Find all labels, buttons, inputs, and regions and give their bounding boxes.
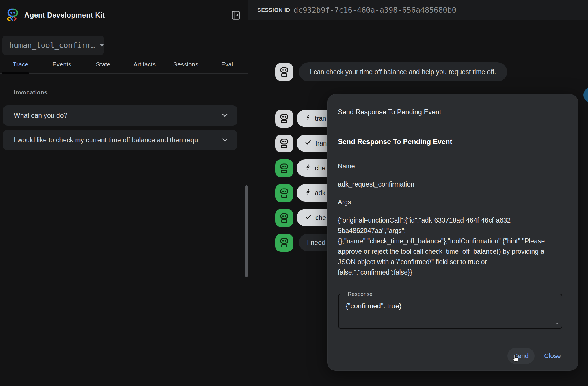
agent-message-text: I can check your time off balance and he… (310, 68, 496, 76)
robot-icon (277, 161, 291, 175)
close-button[interactable]: Close (540, 348, 565, 364)
robot-icon (277, 236, 291, 250)
event-chip-label: che (315, 214, 326, 222)
adk-web-app: Agent Development Kit human_tool_confirm… (0, 0, 588, 386)
bot-avatar (275, 159, 293, 177)
robot-icon (277, 112, 291, 126)
tab-bar: Trace Events State Artifacts Sessions Ev… (0, 55, 248, 74)
text-cursor (402, 301, 402, 310)
response-field-value: {"confirmed": true} (346, 301, 402, 310)
check-icon (305, 139, 312, 148)
event-chip-label: tran (315, 139, 327, 147)
send-button[interactable]: Send (507, 348, 535, 364)
robot-icon (277, 65, 291, 79)
collapse-panel-icon (232, 11, 240, 20)
tab-events[interactable]: Events (41, 55, 83, 73)
args-value: {"originalFunctionCall":{"id":"adk-63371… (338, 215, 547, 277)
active-tab-indicator (2, 72, 29, 74)
bot-avatar (275, 234, 293, 252)
agent-selector-dropdown[interactable]: human_tool_confirm… (2, 36, 104, 55)
chevron-down-icon (222, 113, 228, 118)
left-panel-scrollbar[interactable] (245, 185, 248, 277)
response-textarea[interactable]: Response {"confirmed": true} (338, 294, 562, 329)
adk-logo (6, 8, 20, 23)
user-message-text: I need t (307, 239, 329, 247)
invocation-text: What can you do? (14, 112, 215, 120)
tab-trace[interactable]: Trace (0, 55, 41, 73)
tab-state[interactable]: State (83, 55, 124, 73)
check-icon (305, 213, 312, 222)
chevron-down-icon (222, 138, 228, 142)
agent-message-bubble: I can check your time off balance and he… (299, 62, 507, 81)
agent-selector-value: human_tool_confirm… (9, 41, 95, 50)
invocation-text: I would like to check my current time of… (14, 136, 215, 144)
robot-icon (277, 186, 291, 200)
invocation-item[interactable]: I would like to check my current time of… (3, 130, 237, 150)
event-chip-label: adk (315, 189, 325, 197)
robot-icon (277, 137, 291, 150)
bot-avatar (275, 184, 293, 202)
pending-event-dialog: Send Response To Pending Event Send Resp… (327, 94, 578, 371)
app-title: Agent Development Kit (24, 11, 105, 19)
dialog-title: Send Response To Pending Event (338, 108, 441, 116)
bolt-icon (305, 164, 311, 172)
name-label: Name (338, 163, 355, 170)
bot-avatar (275, 110, 293, 128)
session-id-label: SESSION ID (257, 7, 290, 13)
invocations-heading: Invocations (14, 89, 48, 96)
tab-artifacts[interactable]: Artifacts (124, 55, 165, 73)
bot-avatar (275, 209, 293, 227)
bolt-icon (305, 114, 311, 122)
resize-handle-icon[interactable] (554, 320, 558, 325)
session-id-value: dc932b9f-7c16-460a-a398-656a485680b0 (294, 6, 457, 14)
invocation-item[interactable]: What can you do? (3, 105, 237, 126)
left-panel: Agent Development Kit human_tool_confirm… (0, 0, 248, 386)
args-label: Args (338, 198, 351, 206)
session-header: SESSION ID dc932b9f-7c16-460a-a398-656a4… (248, 0, 588, 20)
scroll-fab[interactable] (583, 87, 588, 103)
event-chip-label: che (315, 164, 325, 172)
name-value: adk_request_confirmation (338, 180, 414, 188)
dropdown-caret-icon (100, 43, 104, 48)
collapse-sidebar-button[interactable] (231, 10, 241, 21)
robot-icon (277, 211, 291, 225)
response-field-label: Response (345, 291, 375, 297)
bot-avatar (275, 63, 293, 81)
tab-eval[interactable]: Eval (206, 55, 248, 73)
event-chip-label: tran (315, 115, 326, 122)
dialog-subtitle: Send Response To Pending Event (338, 138, 452, 146)
bolt-icon (305, 189, 311, 197)
bot-avatar (275, 135, 293, 152)
tab-sessions[interactable]: Sessions (165, 55, 206, 73)
